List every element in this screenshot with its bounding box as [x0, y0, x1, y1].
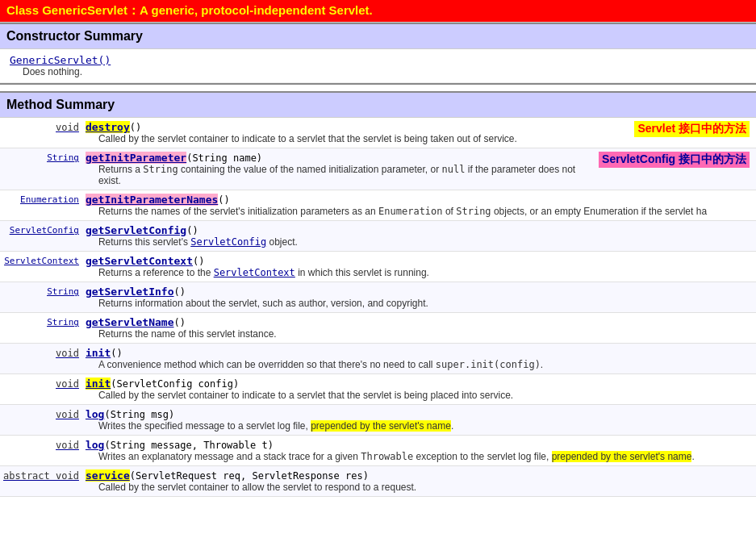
method-row: voidlog(String message, Throwable t)Writ…	[0, 436, 756, 466]
class-title: Class GenericServlet：A generic, protocol…	[0, 0, 756, 23]
method-detail-cell: log(String message, Throwable t)Writes a…	[84, 436, 756, 466]
method-link[interactable]: init	[86, 378, 111, 390]
method-link[interactable]: log	[86, 439, 104, 451]
constructor-link[interactable]: GenericServlet()	[10, 54, 111, 66]
method-detail-cell: getInitParameterNames()Returns the names…	[84, 190, 756, 221]
return-type-cell: void	[0, 374, 84, 405]
return-type-cell: String	[0, 282, 84, 313]
method-detail-cell: service(ServletRequest req, ServletRespo…	[84, 466, 756, 497]
annotation-servlet: Servlet 接口中的方法	[634, 121, 750, 137]
annotation-servletconfig: ServletConfig 接口中的方法	[599, 152, 750, 168]
method-params: ()	[186, 225, 198, 236]
inline-code-link[interactable]: ServletConfig	[190, 236, 266, 248]
method-params: ()	[111, 348, 122, 359]
return-type-link[interactable]: ServletConfig	[10, 225, 79, 236]
return-type-cell: void	[0, 344, 84, 374]
method-table: voidServlet 接口中的方法destroy()Called by the…	[0, 118, 756, 497]
method-row: voidinit()A convenience method which can…	[0, 344, 756, 374]
method-params: ()	[193, 256, 204, 267]
method-link[interactable]: log	[86, 408, 104, 420]
return-type-cell: void	[0, 118, 84, 148]
return-type-cell: ServletContext	[0, 252, 84, 282]
method-link[interactable]: getInitParameter	[86, 152, 186, 164]
method-params: (ServletRequest req, ServletResponse res…	[130, 470, 369, 482]
constructor-summary-header: Constructor Summary	[0, 23, 756, 49]
return-type-link[interactable]: String	[47, 317, 79, 327]
method-row: ServletConfiggetServletConfig()Returns t…	[0, 221, 756, 252]
method-description: Writes an explanatory message and a stac…	[86, 451, 753, 462]
method-row: StringServletConfig 接口中的方法getInitParamet…	[0, 148, 756, 190]
method-params: (String message, Throwable t)	[104, 440, 274, 451]
method-detail-cell: init(ServletConfig config)Called by the …	[84, 374, 756, 405]
method-params: (String msg)	[104, 409, 174, 420]
method-detail-cell: init()A convenience method which can be …	[84, 344, 756, 374]
method-link[interactable]: getInitParameterNames	[86, 194, 218, 206]
method-description: Writes the specified message to a servle…	[86, 420, 753, 432]
inline-code-link[interactable]: ServletContext	[214, 267, 295, 278]
method-link[interactable]: service	[86, 469, 130, 482]
method-description: Called by the servlet container to allow…	[86, 482, 753, 493]
method-detail-cell: getServletConfig()Returns this servlet's…	[84, 221, 756, 252]
return-type-cell: String	[0, 313, 84, 344]
method-link[interactable]: destroy	[86, 121, 130, 133]
method-row: EnumerationgetInitParameterNames()Return…	[0, 190, 756, 221]
method-row: voidinit(ServletConfig config)Called by …	[0, 374, 756, 405]
method-params: ()	[130, 122, 141, 133]
method-description: Returns the names of the servlet's initi…	[86, 206, 753, 217]
method-params: (String name)	[186, 152, 262, 164]
return-type-link[interactable]: ServletContext	[4, 256, 79, 266]
return-type-cell: ServletConfig	[0, 221, 84, 252]
method-params: ()	[218, 194, 229, 206]
method-description: Called by the servlet container to indic…	[86, 390, 753, 401]
method-summary-header: Method Summary	[0, 91, 756, 118]
method-link[interactable]: init	[86, 347, 111, 359]
method-detail-cell: log(String msg)Writes the specified mess…	[84, 405, 756, 436]
method-detail-cell: getServletInfo()Returns information abou…	[84, 282, 756, 313]
return-type-cell: void	[0, 405, 84, 436]
method-link[interactable]: getServletContext	[86, 255, 193, 267]
method-row: voidServlet 接口中的方法destroy()Called by the…	[0, 118, 756, 148]
return-type-cell: String	[0, 148, 84, 190]
return-type-cell: Enumeration	[0, 190, 84, 221]
return-type-link[interactable]: Enumeration	[20, 194, 79, 205]
method-params: ()	[174, 286, 186, 298]
constructor-description: Does nothing.	[10, 66, 746, 77]
method-description: Returns a reference to the ServletContex…	[86, 267, 753, 278]
return-type-cell: abstract void	[0, 466, 84, 497]
method-link[interactable]: getServletConfig	[86, 224, 186, 236]
method-row: ServletContextgetServletContext()Returns…	[0, 252, 756, 282]
method-detail-cell: ServletConfig 接口中的方法getInitParameter(Str…	[84, 148, 756, 190]
method-params: (ServletConfig config)	[111, 378, 239, 390]
method-description: Returns the name of this servlet instanc…	[86, 328, 753, 340]
method-row: StringgetServletName()Returns the name o…	[0, 313, 756, 344]
method-row: StringgetServletInfo()Returns informatio…	[0, 282, 756, 313]
method-row: abstract voidservice(ServletRequest req,…	[0, 466, 756, 497]
method-description: A convenience method which can be overri…	[86, 359, 753, 370]
method-params: ()	[174, 317, 186, 328]
return-type-link[interactable]: String	[47, 152, 79, 163]
return-type-cell: void	[0, 436, 84, 466]
method-description: Returns information about the servlet, s…	[86, 298, 753, 309]
constructor-row: GenericServlet() Does nothing.	[0, 49, 756, 83]
method-link[interactable]: getServletInfo	[86, 286, 174, 298]
return-type-link[interactable]: String	[47, 286, 79, 297]
method-detail-cell: getServletName()Returns the name of this…	[84, 313, 756, 344]
method-description: Returns this servlet's ServletConfig obj…	[86, 236, 753, 248]
method-detail-cell: Servlet 接口中的方法destroy()Called by the ser…	[84, 118, 756, 148]
method-row: voidlog(String msg)Writes the specified …	[0, 405, 756, 436]
method-detail-cell: getServletContext()Returns a reference t…	[84, 252, 756, 282]
method-link[interactable]: getServletName	[86, 316, 174, 328]
